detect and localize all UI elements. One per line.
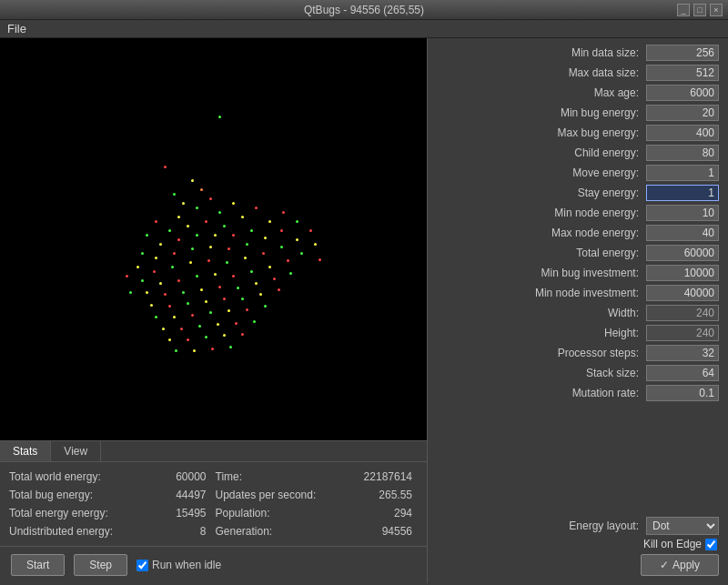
step-button[interactable]: Step [74, 554, 127, 576]
param-input[interactable] [646, 285, 719, 301]
simulation-dot [200, 288, 203, 291]
maximize-button[interactable]: □ [693, 4, 706, 16]
simulation-dot [159, 282, 162, 285]
param-input[interactable] [646, 265, 719, 281]
simulation-dot [259, 293, 262, 296]
apply-label: Apply [672, 559, 700, 571]
simulation-dot [196, 207, 198, 209]
energy-layout-label: Energy layout: [437, 519, 646, 532]
param-input[interactable] [646, 125, 719, 141]
stat-value: 94556 [382, 525, 412, 538]
simulation-dot [205, 220, 207, 223]
kill-on-edge-label: Kill on Edge [643, 538, 702, 550]
param-row: Move energy: [437, 164, 719, 182]
param-input[interactable] [646, 85, 719, 101]
simulation-dot [164, 293, 167, 296]
param-input[interactable] [646, 345, 719, 361]
simulation-dot [250, 270, 253, 273]
left-panel: Stats View Total world energy:60000Time:… [0, 38, 428, 583]
simulation-dot [159, 243, 162, 246]
param-input[interactable] [646, 105, 719, 121]
tab-stats[interactable]: Stats [0, 441, 51, 461]
param-label: Max bug energy: [437, 126, 646, 139]
param-input[interactable] [646, 365, 719, 381]
file-menu[interactable]: File [7, 22, 26, 35]
param-row: Total energy: [437, 244, 719, 262]
apply-button[interactable]: ✓ Apply [641, 554, 719, 576]
stat-row: Total bug energy:44497 [7, 488, 214, 502]
simulation-dot [226, 261, 228, 264]
stat-row: Total energy energy:15495 [7, 506, 214, 520]
kill-on-edge-checkbox[interactable] [705, 539, 717, 550]
param-label: Stay energy: [437, 187, 646, 199]
param-row: Processor steps: [437, 344, 719, 362]
simulation-dot [126, 275, 128, 277]
stat-row: Total world energy:60000 [7, 469, 214, 484]
param-row: Max age: [437, 84, 719, 102]
tab-view[interactable]: View [51, 441, 101, 461]
simulation-dot [244, 257, 247, 259]
simulation-dot [229, 346, 232, 348]
param-input[interactable] [646, 385, 719, 401]
simulation-dot [273, 277, 276, 280]
param-label: Min node investment: [437, 287, 646, 299]
param-input[interactable] [646, 205, 719, 221]
simulation-dot [162, 328, 165, 330]
start-button[interactable]: Start [11, 554, 65, 576]
param-input[interactable] [646, 185, 719, 201]
close-button[interactable]: × [710, 4, 723, 16]
simulation-dot [246, 243, 248, 246]
param-label: Total energy: [437, 247, 646, 259]
simulation-dot [217, 323, 219, 326]
simulation-dot [136, 266, 139, 268]
simulation-dot [218, 286, 221, 288]
simulation-dot [205, 300, 207, 303]
simulation-dot [193, 349, 196, 352]
bottom-controls: Start Step Run when idle [0, 546, 427, 583]
simulation-dot [232, 275, 235, 277]
simulation-dot [287, 259, 289, 262]
stats-grid: Total world energy:60000Time:22187614Tot… [0, 462, 427, 546]
simulation-dot [187, 302, 189, 305]
simulation-dot [218, 116, 221, 118]
simulation-dot [223, 225, 226, 227]
simulation-dot [228, 247, 230, 250]
simulation-dot [141, 252, 144, 255]
simulation-dot [250, 229, 253, 232]
param-input[interactable] [646, 245, 719, 261]
simulation-dot [196, 275, 198, 277]
simulation-dot [280, 246, 283, 248]
param-input[interactable] [646, 65, 719, 81]
simulation-dot [280, 229, 283, 232]
simulation-dot [296, 238, 298, 241]
simulation-dot [209, 197, 212, 200]
stat-row: Generation:94556 [214, 524, 420, 539]
param-input[interactable] [646, 165, 719, 181]
run-when-idle-checkbox[interactable] [136, 560, 148, 571]
simulation-dot [129, 291, 132, 294]
simulation-dot [268, 220, 271, 223]
stat-value: 44497 [176, 489, 206, 501]
simulation-dot [253, 320, 256, 323]
param-input[interactable] [646, 45, 719, 61]
param-input[interactable] [646, 225, 719, 241]
minimize-button[interactable]: _ [677, 4, 690, 16]
simulation-dot [207, 259, 210, 262]
stat-value: 8 [200, 525, 207, 538]
simulation-dot [264, 237, 267, 239]
simulation-dot [177, 216, 180, 218]
simulation-dot [241, 216, 244, 218]
simulation-dot [191, 247, 194, 250]
param-input[interactable] [646, 145, 719, 161]
simulation-dot [177, 238, 180, 241]
simulation-dot [200, 188, 203, 191]
simulation-dot [146, 234, 148, 237]
stat-label: Undistributed energy: [9, 525, 113, 538]
stat-value: 60000 [176, 470, 206, 483]
simulation-dot [255, 282, 258, 285]
energy-layout-select[interactable]: DotBarNone [646, 517, 719, 535]
simulation-dot [146, 291, 148, 294]
run-when-idle-label: Run when idle [152, 559, 221, 571]
param-row: Stack size: [437, 364, 719, 382]
param-grid: Min data size:Max data size:Max age:Min … [437, 44, 719, 516]
